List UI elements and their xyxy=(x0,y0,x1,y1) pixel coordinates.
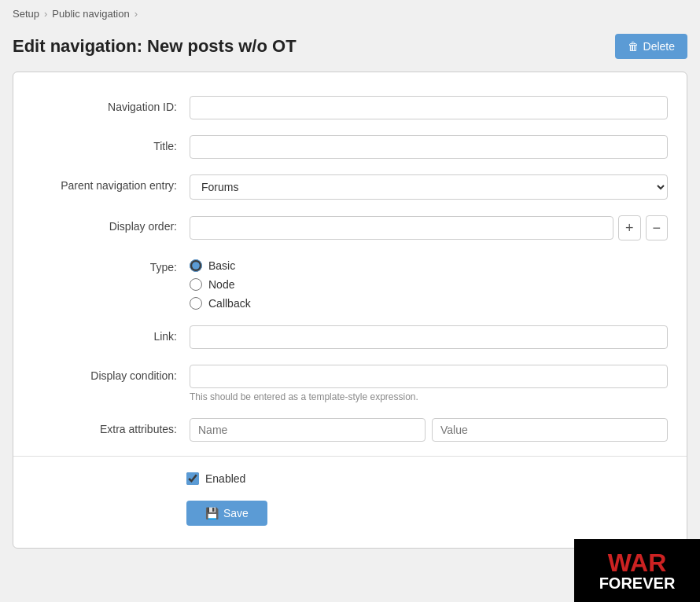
display-order-label: Display order: xyxy=(32,215,190,233)
breadcrumb-sep-1: › xyxy=(44,8,47,20)
type-control: Basic Node Callback xyxy=(190,256,668,310)
title-control: New posts w/o OT xyxy=(190,135,668,159)
display-condition-label: Display condition: xyxy=(32,365,190,382)
navigation-id-row: Navigation ID: new_posts_lite xyxy=(13,88,687,127)
type-radio-group: Basic Node Callback xyxy=(190,256,668,310)
plus-icon: + xyxy=(625,221,634,235)
type-basic-radio[interactable] xyxy=(190,259,202,272)
enabled-label[interactable]: Enabled xyxy=(205,472,245,485)
watermark-war: WAR xyxy=(599,550,676,575)
link-control: https://www.example.com/whats-new/posts/… xyxy=(190,325,668,349)
type-node-item: Node xyxy=(190,278,668,291)
parent-nav-select[interactable]: Forums xyxy=(190,174,668,200)
parent-nav-label: Parent navigation entry: xyxy=(32,174,190,192)
display-condition-hint: This should be entered as a template-sty… xyxy=(190,391,668,402)
save-button-label: Save xyxy=(223,507,249,519)
display-condition-control: This should be entered as a template-sty… xyxy=(190,365,668,402)
parent-nav-row: Parent navigation entry: Forums xyxy=(13,167,687,207)
save-button[interactable]: 💾 Save xyxy=(186,501,267,526)
save-icon: 💾 xyxy=(205,507,219,519)
type-callback-radio[interactable] xyxy=(190,297,202,310)
enabled-row: Enabled xyxy=(13,463,687,494)
breadcrumb-sep-2: › xyxy=(134,8,138,20)
extra-attributes-control xyxy=(190,418,668,442)
display-condition-input[interactable] xyxy=(190,365,668,388)
extra-attributes-value-input[interactable] xyxy=(432,418,668,442)
delete-button[interactable]: 🗑 Delete xyxy=(615,34,687,59)
display-order-input[interactable]: 110 xyxy=(190,216,613,240)
type-basic-item: Basic xyxy=(190,259,668,272)
watermark-forever: FOREVER xyxy=(599,575,676,591)
navigation-id-control: new_posts_lite xyxy=(190,96,668,119)
navigation-id-label: Navigation ID: xyxy=(32,96,190,113)
breadcrumb: Setup › Public navigation › xyxy=(0,0,700,28)
link-row: Link: https://www.example.com/whats-new/… xyxy=(13,318,687,357)
display-order-row: Display order: 110 + − xyxy=(13,207,687,248)
title-input[interactable]: New posts w/o OT xyxy=(190,135,668,159)
watermark-text: WAR FOREVER xyxy=(599,550,676,591)
extra-attributes-name-input[interactable] xyxy=(190,418,426,442)
display-order-plus-button[interactable]: + xyxy=(618,215,640,240)
save-section: 💾 Save xyxy=(13,494,687,532)
extra-attributes-label: Extra attributes: xyxy=(32,418,190,435)
type-node-label[interactable]: Node xyxy=(208,278,234,291)
trash-icon: 🗑 xyxy=(628,40,639,53)
form-container: Navigation ID: new_posts_lite Title: New… xyxy=(13,72,687,549)
page-title: Edit navigation: New posts w/o OT xyxy=(13,36,297,57)
display-condition-row: Display condition: This should be entere… xyxy=(13,357,687,410)
display-order-minus-button[interactable]: − xyxy=(646,215,668,240)
navigation-id-input[interactable]: new_posts_lite xyxy=(190,96,668,119)
type-callback-item: Callback xyxy=(190,297,668,310)
link-input[interactable]: https://www.example.com/whats-new/posts/… xyxy=(190,325,668,349)
title-label: Title: xyxy=(32,135,190,152)
type-basic-label[interactable]: Basic xyxy=(208,259,235,272)
type-node-radio[interactable] xyxy=(190,278,202,291)
form-divider xyxy=(13,456,687,457)
breadcrumb-public-navigation[interactable]: Public navigation xyxy=(52,8,129,20)
enabled-checkbox[interactable] xyxy=(186,472,199,485)
type-row: Type: Basic Node Callback xyxy=(13,248,687,318)
type-label: Type: xyxy=(32,256,190,273)
page-header: Edit navigation: New posts w/o OT 🗑 Dele… xyxy=(0,28,700,72)
display-order-control: 110 + − xyxy=(190,215,668,240)
watermark: WAR FOREVER xyxy=(574,539,700,602)
breadcrumb-setup[interactable]: Setup xyxy=(13,8,39,20)
title-row: Title: New posts w/o OT xyxy=(13,127,687,167)
delete-button-label: Delete xyxy=(643,40,675,53)
type-callback-label[interactable]: Callback xyxy=(208,297,251,310)
parent-nav-control: Forums xyxy=(190,174,668,200)
minus-icon: − xyxy=(653,221,661,235)
extra-attributes-row: Extra attributes: xyxy=(13,410,687,450)
link-label: Link: xyxy=(32,325,190,343)
